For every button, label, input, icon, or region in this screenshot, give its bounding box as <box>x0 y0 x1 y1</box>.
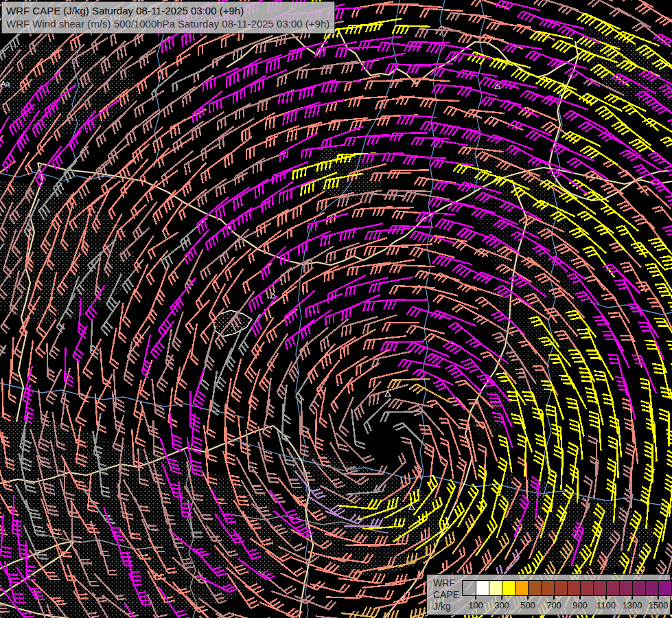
legend-variable-label: CAPE <box>433 589 459 600</box>
legend-cell <box>606 581 619 595</box>
legend-tick-label: 500 <box>520 600 535 610</box>
legend-tick-label: 1500 <box>649 600 669 610</box>
legend-tick <box>527 595 529 599</box>
map-svg: Aa <box>0 0 672 618</box>
legend-tick <box>605 595 607 599</box>
legend-cell <box>463 581 476 595</box>
legend-model-label: WRF <box>433 577 459 588</box>
legend-tick-label: 1300 <box>623 600 642 610</box>
legend-tick <box>475 595 476 599</box>
legend-panel: WRF CAPE J/kg 10030050070090011001300150… <box>426 574 671 615</box>
legend-cell <box>580 581 593 595</box>
legend-cell <box>645 581 658 595</box>
legend-tick <box>632 595 633 599</box>
title-line-cape: WRF CAPE (J/kg) Saturday 08-11-2025 03:0… <box>6 4 329 17</box>
legend-cell <box>528 581 541 595</box>
legend-tick <box>553 595 555 599</box>
peak-marker <box>385 391 391 396</box>
legend-tick <box>579 595 581 599</box>
legend-cell <box>515 581 528 595</box>
legend-tick-label: 900 <box>572 600 588 610</box>
legend-tick-label: 700 <box>546 600 561 610</box>
legend-cell <box>502 581 515 595</box>
legend-tick <box>658 595 659 599</box>
legend-cell <box>632 581 645 595</box>
legend-tick-label: 300 <box>494 600 509 610</box>
legend-cell <box>619 581 632 595</box>
legend-cell <box>554 581 567 595</box>
legend-cell <box>658 581 671 595</box>
weather-map-stage: Aa WRF CAPE (J/kg) Saturday 08-11-2025 0… <box>0 0 672 618</box>
legend-cell <box>567 581 580 595</box>
legend-cell <box>541 581 554 595</box>
legend-tick-label: 1100 <box>596 600 616 610</box>
legend-unit-label: J/kg <box>433 601 459 612</box>
legend-labels: WRF CAPE J/kg <box>433 577 459 613</box>
title-panel: WRF CAPE (J/kg) Saturday 08-11-2025 03:0… <box>1 1 335 34</box>
legend-colorbar <box>462 580 672 596</box>
legend-cell <box>593 581 606 595</box>
legend-tick <box>501 595 502 599</box>
legend-cell <box>476 581 489 595</box>
legend-tick-label: 100 <box>468 600 483 610</box>
legend-cell <box>489 581 502 595</box>
title-line-windshear: WRF Wind shear (m/s) 500/1000hPa Saturda… <box>6 17 329 30</box>
